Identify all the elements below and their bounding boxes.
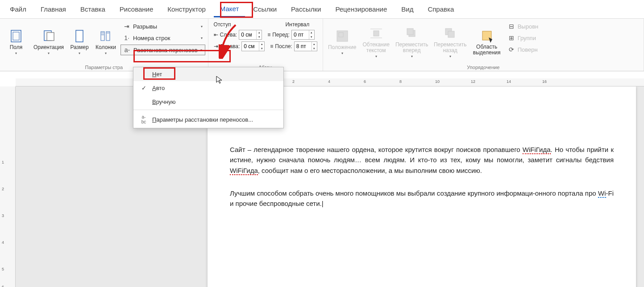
svg-rect-16	[407, 29, 413, 35]
document-area: Сайт – легендарное творение нашего орден…	[16, 86, 644, 287]
paragraph-2[interactable]: Лучшим способом собрать очень много помо…	[230, 188, 614, 209]
indent-left-spinner[interactable]: ▴▾	[239, 30, 262, 40]
svg-rect-4	[76, 30, 83, 42]
mnemonic-letter: В	[152, 98, 156, 105]
columns-button[interactable]: Колонки ▾	[93, 20, 119, 63]
chevron-down-icon: ▾	[201, 25, 203, 29]
tab-mailings[interactable]: Рассылки	[285, 2, 327, 16]
spacing-header: Интервал	[285, 21, 309, 28]
hyph-none-item[interactable]: Нет	[133, 67, 283, 81]
align-icon: ⊟	[508, 23, 515, 30]
tab-insert[interactable]: Вставка	[74, 2, 112, 16]
rotate-button: ⟳Поверн	[505, 45, 541, 54]
tab-references[interactable]: Ссылки	[247, 2, 283, 16]
selection-pane-button[interactable]: Область выделения	[470, 20, 503, 63]
size-icon	[72, 29, 87, 44]
hyph-auto-item[interactable]: ✓Авто	[133, 81, 283, 95]
chevron-down-icon: ▾	[48, 51, 50, 55]
spacing-before-icon: ≡	[267, 32, 270, 38]
group-paragraph: Отступ Интервал ⇤Слева: ▴▾ ≡Перед: ▴▾ ⇥С…	[208, 19, 323, 71]
chevron-down-icon: ▾	[341, 51, 343, 55]
spacing-before-spinner[interactable]: ▴▾	[291, 30, 315, 40]
wrap-text-icon	[369, 26, 384, 41]
bring-forward-button: Переместить вперед ▾	[394, 20, 430, 63]
group-page-setup: Поля ▾ Ориентация ▾ Размер ▾ Колонки ▾ ⇥	[0, 19, 208, 71]
svg-rect-3	[47, 33, 54, 41]
horizontal-ruler[interactable]: 2 4 6 8 10 12 14 16	[16, 78, 644, 86]
arrange-group-label: Упорядочение	[326, 64, 641, 70]
group-arrange: Положение ▾ Обтекание текстом ▾ Перемест…	[323, 19, 644, 71]
tab-design[interactable]: Конструктор	[161, 2, 212, 16]
svg-rect-11	[339, 33, 343, 37]
chevron-down-icon: ▾	[15, 51, 17, 55]
breaks-button[interactable]: ⇥ Разрывы ▾	[120, 21, 205, 31]
wrap-text-button: Обтекание текстом ▾	[361, 20, 392, 63]
rotate-icon: ⟳	[508, 46, 515, 53]
text-cursor: |	[322, 200, 324, 207]
group-icon: ⊞	[508, 34, 515, 41]
paragraph-1[interactable]: Сайт – легендарное творение нашего орден…	[230, 144, 614, 176]
svg-rect-18	[448, 31, 454, 37]
margins-button[interactable]: Поля ▾	[3, 20, 29, 63]
tab-draw[interactable]: Рисование	[113, 2, 160, 16]
send-backward-button: Переместить назад ▾	[432, 20, 469, 63]
align-button: ⊟Выровн	[505, 21, 541, 31]
breaks-icon: ⇥	[123, 23, 130, 30]
mnemonic-letter: П	[152, 116, 156, 123]
spell-error[interactable]: WiFiГида	[523, 146, 551, 154]
hyph-manual-item[interactable]: Вручную	[133, 95, 283, 109]
line-numbers-icon: 1·	[123, 34, 130, 41]
tab-view[interactable]: Вид	[395, 2, 420, 16]
chevron-down-icon: ▾	[449, 54, 451, 58]
mnemonic-letter: Н	[152, 71, 156, 78]
indent-header: Отступ	[214, 21, 231, 28]
hyphenation-icon: a-	[124, 46, 131, 53]
mnemonic-letter: А	[152, 85, 156, 91]
chevron-down-icon: ▾	[375, 54, 377, 58]
tab-review[interactable]: Рецензирование	[329, 2, 393, 16]
chevron-down-icon: ▾	[411, 54, 413, 58]
chevron-down-icon: ▾	[200, 48, 202, 52]
selection-pane-icon	[479, 28, 494, 43]
send-backward-icon	[443, 26, 458, 41]
vertical-ruler[interactable]: 1 2 3 4 5 6	[0, 86, 16, 287]
menu-tabs: Файл Главная Вставка Рисование Конструкт…	[0, 0, 644, 19]
indent-right-spinner[interactable]: ▴▾	[241, 41, 265, 51]
position-icon	[335, 29, 350, 44]
indent-left-icon: ⇤	[214, 32, 218, 38]
grammar-error[interactable]: Wi	[598, 189, 606, 198]
tab-layout[interactable]: Макет	[214, 1, 245, 17]
tab-home[interactable]: Главная	[34, 2, 72, 16]
columns-icon	[98, 29, 113, 44]
indent-right-icon: ⇥	[214, 43, 218, 49]
size-button[interactable]: Размер ▾	[68, 20, 91, 63]
hyph-options-item[interactable]: a-bcПараметры расстановки переносов...	[133, 111, 283, 128]
orientation-icon	[41, 29, 56, 44]
margins-icon	[8, 29, 24, 44]
tab-file[interactable]: Файл	[4, 2, 33, 16]
group-button: ⊞Группи	[505, 33, 541, 43]
tab-help[interactable]: Справка	[421, 2, 460, 16]
svg-rect-12	[374, 31, 379, 36]
ribbon: Поля ▾ Ориентация ▾ Размер ▾ Колонки ▾ ⇥	[0, 19, 644, 71]
spell-error[interactable]: WiFiГида	[230, 167, 258, 175]
chevron-down-icon: ▾	[105, 51, 107, 55]
spacing-after-spinner[interactable]: ▴▾	[294, 41, 317, 51]
line-numbers-button[interactable]: 1· Номера строк ▾	[120, 33, 205, 43]
chevron-down-icon: ▾	[79, 51, 80, 55]
spacing-after-icon: ≡	[270, 43, 273, 49]
hyphenation-options-icon: a-bc	[140, 115, 148, 124]
hyphenation-button[interactable]: a- Расстановка переносов ▾	[120, 45, 205, 55]
hyphenation-dropdown: Нет ✓Авто Вручную a-bcПараметры расстано…	[133, 67, 284, 128]
orientation-button[interactable]: Ориентация ▾	[31, 20, 66, 63]
bring-forward-icon	[404, 26, 420, 41]
check-icon: ✓	[140, 85, 148, 91]
svg-rect-1	[13, 32, 19, 40]
chevron-down-icon: ▾	[201, 36, 203, 40]
position-button: Положение ▾	[326, 20, 359, 63]
